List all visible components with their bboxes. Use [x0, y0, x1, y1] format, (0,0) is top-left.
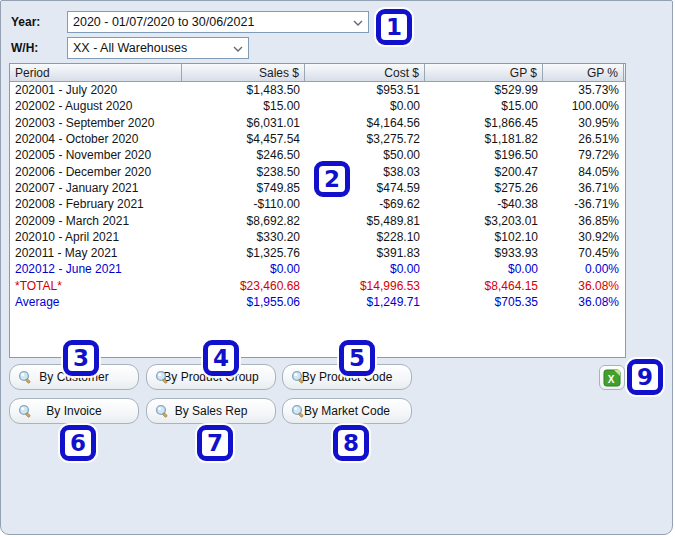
sales-cell: $1,955.06	[182, 295, 305, 309]
gp-pct-cell: 70.45%	[543, 246, 624, 260]
period-cell: 202004 - October 2020	[10, 132, 182, 146]
gp-pct-cell: 36.08%	[543, 279, 624, 293]
gp-cell: $705.35	[425, 295, 543, 309]
by-sales-rep-button[interactable]: By Sales Rep	[146, 398, 276, 424]
column-header-gp-pct: GP %	[543, 64, 624, 81]
annotation-badge: 2	[314, 161, 350, 197]
cost-cell: $953.51	[305, 83, 425, 97]
report-window: Year: 2020 - 01/07/2020 to 30/06/2021 W/…	[0, 0, 673, 535]
column-header-cost: Cost $	[305, 64, 425, 81]
period-cell: 202003 - September 2020	[10, 116, 182, 130]
cost-cell: $0.00	[305, 99, 425, 113]
column-header-gp: GP $	[425, 64, 543, 81]
gp-cell: $275.26	[425, 181, 543, 195]
gp-pct-cell: 35.73%	[543, 83, 624, 97]
annotation-number: 9	[637, 364, 653, 390]
annotation-badge: 7	[197, 425, 233, 461]
table-row: 202002 - August 2020 $15.00 $0.00 $15.00…	[10, 98, 625, 114]
gp-cell: $102.10	[425, 230, 543, 244]
magnifier-icon	[155, 404, 170, 419]
annotation-badge: 6	[60, 425, 96, 461]
magnifier-icon	[18, 404, 33, 419]
cost-cell: $1,249.71	[305, 295, 425, 309]
report-table: Period Sales $ Cost $ GP $ GP % 202001 -…	[9, 63, 626, 358]
gp-cell: $1,181.82	[425, 132, 543, 146]
period-cell: 202009 - March 2021	[10, 214, 182, 228]
warehouse-dropdown[interactable]: XX - All Warehouses	[67, 37, 249, 59]
sales-cell: -$110.00	[182, 197, 305, 211]
svg-text:X: X	[608, 373, 615, 384]
annotation-number: 8	[343, 430, 359, 456]
gp-pct-cell: 36.71%	[543, 181, 624, 195]
table-row: 202005 - November 2020 $246.50 $50.00 $1…	[10, 147, 625, 163]
sales-cell: $246.50	[182, 148, 305, 162]
cost-cell: $14,996.53	[305, 279, 425, 293]
chevron-down-icon	[353, 19, 363, 27]
sales-cell: $330.20	[182, 230, 305, 244]
table-row: 202009 - March 2021 $8,692.82 $5,489.81 …	[10, 212, 625, 228]
period-cell: 202012 - June 2021	[10, 262, 182, 276]
column-header-filler	[624, 64, 625, 81]
cost-cell: $4,164.56	[305, 116, 425, 130]
sales-cell: $8,692.82	[182, 214, 305, 228]
annotation-number: 1	[386, 14, 402, 40]
warehouse-dropdown-value: XX - All Warehouses	[73, 41, 187, 55]
period-cell: *TOTAL*	[10, 279, 182, 293]
period-cell: 202002 - August 2020	[10, 99, 182, 113]
year-label: Year:	[11, 15, 40, 29]
gp-pct-cell: 26.51%	[543, 132, 624, 146]
gp-cell: $200.47	[425, 165, 543, 179]
annotation-badge: 5	[339, 340, 375, 376]
period-cell: 202006 - December 2020	[10, 165, 182, 179]
gp-cell: $196.50	[425, 148, 543, 162]
annotation-number: 4	[213, 345, 229, 371]
warehouse-label: W/H:	[11, 41, 38, 55]
sales-cell: $0.00	[182, 262, 305, 276]
cost-cell: $391.83	[305, 246, 425, 260]
annotation-badge: 4	[203, 340, 239, 376]
sales-cell: $4,457.54	[182, 132, 305, 146]
period-cell: 202011 - May 2021	[10, 246, 182, 260]
annotation-number: 3	[73, 345, 89, 371]
drill-button-label: By Sales Rep	[175, 404, 248, 418]
table-row: 202004 - October 2020 $4,457.54 $3,275.7…	[10, 131, 625, 147]
table-row: *TOTAL* $23,460.68 $14,996.53 $8,464.15 …	[10, 278, 625, 294]
year-dropdown[interactable]: 2020 - 01/07/2020 to 30/06/2021	[67, 11, 369, 33]
table-row: 202003 - September 2020 $6,031.01 $4,164…	[10, 115, 625, 131]
sales-cell: $6,031.01	[182, 116, 305, 130]
annotation-number: 6	[70, 430, 86, 456]
drill-button-label: By Market Code	[304, 404, 390, 418]
gp-pct-cell: 36.85%	[543, 214, 624, 228]
column-header-period: Period	[10, 64, 182, 81]
excel-export-button[interactable]: X	[599, 365, 625, 390]
period-cell: 202010 - April 2021	[10, 230, 182, 244]
table-row: 202001 - July 2020 $1,483.50 $953.51 $52…	[10, 82, 625, 98]
cost-cell: $0.00	[305, 262, 425, 276]
period-cell: 202001 - July 2020	[10, 83, 182, 97]
period-cell: Average	[10, 295, 182, 309]
annotation-badge: 3	[63, 340, 99, 376]
cost-cell: $228.10	[305, 230, 425, 244]
annotation-badge: 9	[627, 359, 663, 395]
magnifier-icon	[18, 370, 33, 385]
sales-cell: $23,460.68	[182, 279, 305, 293]
period-cell: 202007 - January 2021	[10, 181, 182, 195]
gp-cell: $15.00	[425, 99, 543, 113]
gp-pct-cell: 100.00%	[543, 99, 624, 113]
excel-export-icon: X	[603, 369, 621, 387]
gp-cell: $529.99	[425, 83, 543, 97]
cost-cell: $5,489.81	[305, 214, 425, 228]
gp-cell: $1,866.45	[425, 116, 543, 130]
gp-pct-cell: -36.71%	[543, 197, 624, 211]
by-invoice-button[interactable]: By Invoice	[9, 398, 139, 424]
gp-cell: -$40.38	[425, 197, 543, 211]
table-row: 202010 - April 2021 $330.20 $228.10 $102…	[10, 229, 625, 245]
table-row: 202012 - June 2021 $0.00 $0.00 $0.00 0.0…	[10, 261, 625, 277]
annotation-badge: 1	[376, 9, 412, 45]
magnifier-icon	[155, 370, 170, 385]
gp-cell: $8,464.15	[425, 279, 543, 293]
by-market-code-button[interactable]: By Market Code	[282, 398, 412, 424]
chevron-down-icon	[233, 45, 243, 53]
magnifier-icon	[291, 404, 306, 419]
gp-cell: $933.93	[425, 246, 543, 260]
